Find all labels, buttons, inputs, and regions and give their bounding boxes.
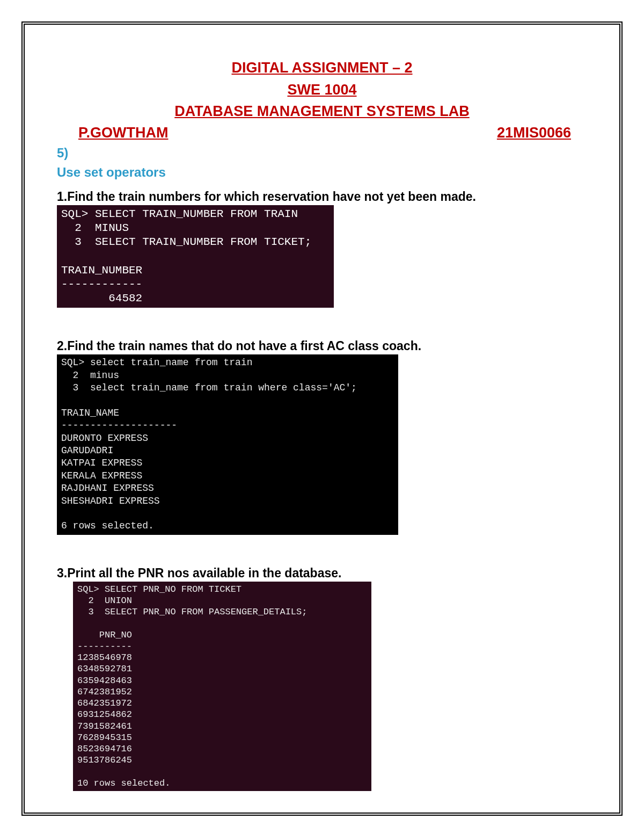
title-line-3: DATABASE MANAGEMENT SYSTEMS LAB [57, 100, 587, 122]
question-1: 1.Find the train numbers for which reser… [57, 190, 587, 204]
title-line-2: SWE 1004 [57, 79, 587, 101]
spacer [57, 535, 587, 556]
student-regno: 21MIS0066 [497, 125, 571, 141]
section-title: Use set operators [57, 165, 587, 180]
title-line-1: DIGITAL ASSIGNMENT – 2 [57, 57, 587, 79]
page-border: DIGITAL ASSIGNMENT – 2 SWE 1004 DATABASE… [21, 21, 623, 816]
header-titles: DIGITAL ASSIGNMENT – 2 SWE 1004 DATABASE… [57, 57, 587, 122]
spacer [57, 308, 587, 329]
terminal-output-3: SQL> SELECT PNR_NO FROM TICKET 2 UNION 3… [73, 582, 371, 792]
section-number: 5) [57, 146, 587, 161]
name-row: P.GOWTHAM 21MIS0066 [57, 125, 587, 141]
page-container: DIGITAL ASSIGNMENT – 2 SWE 1004 DATABASE… [0, 0, 644, 834]
question-3: 3.Print all the PNR nos available in the… [57, 566, 587, 581]
terminal-output-1: SQL> SELECT TRAIN_NUMBER FROM TRAIN 2 MI… [57, 205, 334, 308]
question-2: 2.Find the train names that do not have … [57, 339, 587, 353]
student-name: P.GOWTHAM [78, 125, 169, 141]
terminal-output-2: SQL> select train_name from train 2 minu… [57, 354, 398, 534]
